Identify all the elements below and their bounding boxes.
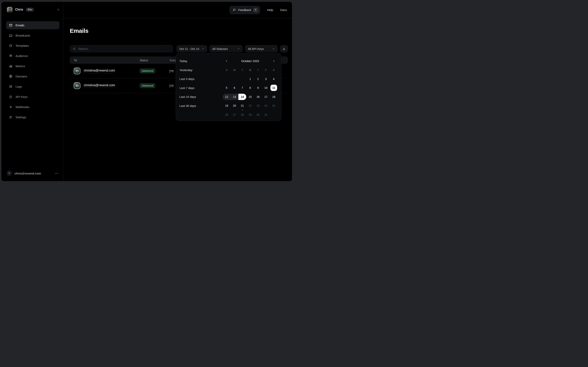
recipient-email: christina@resend.com — [84, 83, 115, 88]
calendar-day-8[interactable]: 8 — [246, 85, 254, 91]
export-button[interactable] — [280, 45, 288, 52]
sidebar-item-label: Webhooks — [16, 105, 29, 109]
status-filter[interactable]: All Statuses — [210, 45, 243, 52]
today-dot — [242, 110, 243, 110]
sidebar-item-label: Emails — [16, 24, 24, 27]
sidebar-item-audience[interactable]: Audience — [6, 52, 59, 60]
status-badge: Delivered — [140, 83, 155, 88]
calendar-week-row: 19202122232425 — [223, 101, 278, 110]
preset-last-3-days[interactable]: Last 3 days — [179, 75, 223, 83]
recipient-email: christina@resend.com — [84, 69, 115, 73]
weekday-label: W — [246, 68, 254, 72]
help-link[interactable]: Help — [267, 8, 273, 12]
sidebar-item-settings[interactable]: Settings — [6, 113, 59, 121]
sidebar-item-label: Settings — [16, 116, 26, 119]
sidebar-item-webhooks[interactable]: Webhooks — [6, 103, 59, 111]
globe-icon — [9, 75, 13, 78]
page-title: Emails — [70, 27, 288, 34]
metrics-icon — [9, 64, 13, 68]
calendar-day-26: 26 — [223, 112, 231, 118]
date-range-filter[interactable]: Oct 11 - Oct 14 — [177, 45, 207, 52]
calendar-day-4[interactable]: 4 — [270, 76, 278, 82]
status-cell: Delivered — [140, 68, 169, 74]
prev-month-button[interactable] — [223, 60, 231, 62]
download-icon — [282, 47, 286, 50]
calendar-day-31: 31 — [262, 112, 270, 118]
lock-icon — [9, 95, 13, 99]
calendar-day-16[interactable]: 16 — [254, 94, 262, 100]
weekday-label: M — [231, 68, 238, 72]
sidebar-item-emails[interactable]: Emails — [6, 21, 59, 29]
weekday-label: S — [270, 68, 278, 72]
calendar-day-27: 27 — [231, 112, 238, 118]
calendar-day-12[interactable]: 12 — [223, 94, 231, 100]
broadcast-icon — [9, 33, 13, 37]
calendar-day-10[interactable]: 10 — [262, 85, 270, 91]
calendar-day-9[interactable]: 9 — [254, 85, 262, 91]
sidebar-item-templates[interactable]: Templates — [6, 42, 59, 50]
search-input[interactable] — [78, 47, 170, 51]
calendar-day-3[interactable]: 3 — [262, 76, 270, 82]
calendar-day-14[interactable]: 14 — [238, 94, 246, 100]
sidebar-item-label: API Keys — [16, 95, 28, 99]
sidebar-item-domains[interactable]: Domains — [6, 72, 59, 80]
app-window: Chris Pro EmailsBroadcastsTemplatesAudie… — [1, 2, 292, 181]
logs-icon — [9, 85, 13, 88]
calendar-day-6[interactable]: 6 — [231, 85, 238, 91]
preset-last-15-days[interactable]: Last 15 days — [179, 92, 223, 101]
docs-link[interactable]: Docs — [280, 8, 287, 12]
calendar-day-18[interactable]: 18 — [270, 94, 278, 100]
calendar-week-row: 12131415161718 — [223, 92, 278, 101]
calendar-day-20[interactable]: 20 — [231, 103, 238, 109]
chevron-left-icon — [225, 60, 228, 62]
preset-yesterday[interactable]: Yesterday — [179, 66, 223, 75]
calendar-week-row: 262728293031 — [223, 110, 278, 119]
feedback-button[interactable]: Feedback F — [229, 6, 260, 14]
calendar-empty-cell — [238, 76, 246, 82]
calendar-day-24: 24 — [262, 103, 270, 109]
user-email: chris@resend.com — [15, 172, 41, 175]
sidebar-item-broadcasts[interactable]: Broadcasts — [6, 32, 59, 40]
calendar-day-15[interactable]: 15 — [246, 94, 254, 100]
sidebar-item-label: Broadcasts — [16, 34, 30, 37]
weekday-label: T — [254, 68, 262, 72]
workspace-switcher[interactable]: Chris Pro — [1, 7, 63, 13]
chevron-down-icon — [272, 48, 275, 50]
calendar-day-22: 22 — [246, 103, 254, 109]
weekday-header: SMTWTFS — [223, 66, 278, 75]
next-month-button[interactable] — [270, 60, 278, 62]
calendar-day-21[interactable]: 21 — [238, 103, 246, 109]
preset-today[interactable]: Today — [179, 57, 223, 66]
calendar-day-2[interactable]: 2 — [254, 76, 262, 82]
month-title: October 2025 — [231, 59, 270, 63]
preset-last-30-days[interactable]: Last 30 days — [179, 101, 223, 110]
calendar-header: October 2025 — [223, 57, 278, 66]
sidebar-item-logs[interactable]: Logs — [6, 83, 59, 91]
filters-row: Oct 11 - Oct 14 All Statuses All API Key… — [70, 45, 288, 52]
calendar-day-13[interactable]: 13 — [231, 94, 238, 100]
calendar-day-19[interactable]: 19 — [223, 103, 231, 109]
api-keys-filter[interactable]: All API Keys — [245, 45, 277, 52]
preset-last-7-days[interactable]: Last 7 days — [179, 83, 223, 92]
user-avatar: C — [7, 171, 12, 176]
calendar-day-5[interactable]: 5 — [223, 85, 231, 91]
sidebar-item-label: Logs — [16, 85, 22, 88]
column-header-status: Status — [140, 58, 170, 62]
to-cell: christina@resend.com — [74, 82, 140, 89]
calendar-day-11[interactable]: 11 — [270, 85, 277, 91]
ellipsis-menu-icon[interactable] — [55, 172, 58, 175]
calendar: October 2025 SMTWTFS 1234567891011121314… — [223, 57, 278, 121]
calendar-day-29: 29 — [246, 112, 254, 118]
speech-bubble-icon — [233, 8, 236, 12]
mail-icon — [9, 23, 13, 27]
chevron-down-icon — [237, 48, 240, 50]
sidebar-item-api-keys[interactable]: API Keys — [6, 93, 59, 101]
calendar-day-7[interactable]: 7 — [238, 85, 246, 91]
calendar-day-1[interactable]: 1 — [246, 76, 254, 82]
search-icon — [73, 47, 76, 50]
weekday-label: F — [262, 68, 270, 72]
sidebar-item-metrics[interactable]: Metrics — [6, 62, 59, 70]
date-range-value: Oct 11 - Oct 14 — [179, 47, 199, 50]
calendar-day-17[interactable]: 17 — [262, 94, 270, 100]
sidebar-footer: C chris@resend.com — [1, 170, 63, 176]
